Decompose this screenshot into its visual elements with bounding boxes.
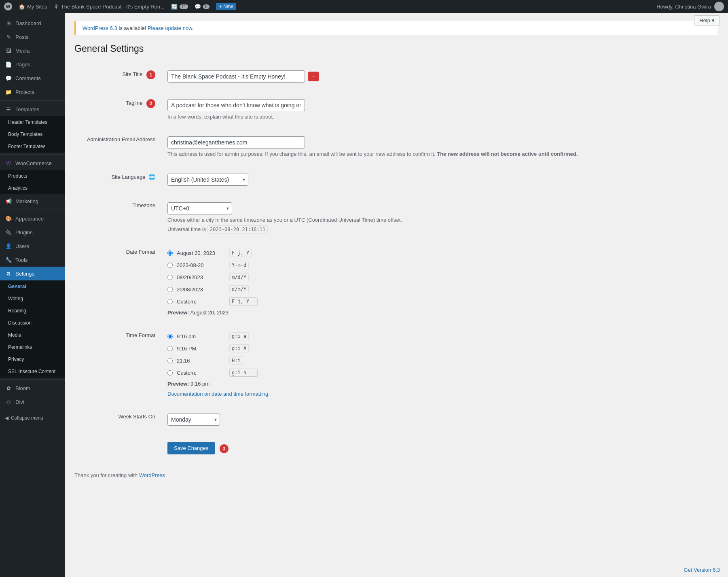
date-format-radio-custom[interactable]: [167, 299, 173, 304]
version-link[interactable]: Get Version 6.3: [684, 567, 720, 573]
week-starts-select[interactable]: Sunday Monday Tuesday Wednesday Thursday…: [167, 414, 220, 426]
admin-email-input[interactable]: [167, 136, 305, 148]
sidebar-item-woocommerce[interactable]: W WooCommerce: [0, 156, 65, 170]
timezone-select[interactable]: UTC+0 UTC-5 UTC-8 UTC+1 UTC+5:30: [167, 202, 232, 214]
sidebar-item-plugins[interactable]: 🔌 Plugins: [0, 225, 65, 239]
time-format-code-1: g:i a: [229, 332, 249, 340]
time-format-radio-2[interactable]: [167, 346, 173, 351]
timezone-select-wrapper: UTC+0 UTC-5 UTC-8 UTC+1 UTC+5:30: [167, 202, 232, 214]
update-now-link[interactable]: Please update now.: [148, 25, 193, 31]
sidebar-item-media[interactable]: 🖼 Media: [0, 44, 65, 57]
timezone-row: Timezone UTC+0 UTC-5 UTC-8 UTC+1 UTC+5:3…: [74, 194, 718, 241]
bloom-icon: ✿: [5, 384, 12, 392]
time-docs-link-wrapper: Documentation on date and time formattin…: [167, 391, 714, 397]
sidebar-item-users[interactable]: 👤 Users: [0, 239, 65, 253]
date-format-custom-input[interactable]: [229, 297, 258, 305]
sidebar-item-marketing[interactable]: 📢 Marketing: [0, 194, 65, 208]
date-format-code-4: d/m/Y: [229, 285, 249, 293]
save-changes-button[interactable]: Save Changes: [167, 442, 215, 454]
sidebar-item-dashboard[interactable]: ⊞ Dashboard: [0, 16, 65, 30]
date-format-radio-4[interactable]: [167, 287, 173, 292]
sidebar-item-footer-templates[interactable]: Footer Templates: [0, 140, 65, 153]
time-format-label: Time Format: [126, 332, 155, 338]
templates-icon: ☰: [5, 106, 12, 113]
time-format-label-1[interactable]: 9:16 pm: [177, 333, 225, 339]
sidebar-item-pages[interactable]: 📄 Pages: [0, 57, 65, 71]
sidebar-label-media: Media: [15, 48, 30, 54]
site-language-label: Site Language 🌐: [112, 174, 155, 180]
update-message: is available!: [119, 25, 148, 31]
sidebar-item-divi[interactable]: ◇ Divi: [0, 395, 65, 409]
time-format-radio-custom[interactable]: [167, 370, 173, 375]
date-format-option-1: August 20, 2023 F j, Y: [167, 249, 714, 257]
date-format-label: Date Format: [126, 249, 155, 255]
pages-icon: 📄: [5, 61, 12, 68]
site-language-select[interactable]: English (United States) French German Sp…: [167, 174, 248, 186]
help-button[interactable]: Help ▾: [694, 15, 720, 25]
date-format-label-4[interactable]: 20/08/2023: [177, 286, 225, 293]
date-format-radio-3[interactable]: [167, 275, 173, 280]
sidebar-label-comments: Comments: [15, 75, 41, 81]
sidebar-label-projects: Projects: [15, 89, 34, 95]
time-format-custom-input[interactable]: [229, 369, 258, 377]
my-sites-menu[interactable]: 🏠 My Sites: [19, 4, 47, 10]
user-avatar[interactable]: [714, 2, 724, 11]
wp-version-link[interactable]: WordPress 6.3: [83, 25, 117, 31]
date-format-options: August 20, 2023 F j, Y 2023-08-20 Y-m-d: [167, 249, 714, 305]
new-content-button[interactable]: + New: [216, 3, 236, 10]
time-format-radio-1[interactable]: [167, 334, 173, 339]
ssl-label: SSL Insecure Content: [8, 369, 55, 374]
settings-sub-writing[interactable]: Writing: [0, 293, 65, 305]
updates-count[interactable]: 🔄 11: [171, 4, 188, 10]
settings-table: Site Title 1 ···: [74, 62, 718, 434]
sidebar-item-comments[interactable]: 💬 Comments: [0, 71, 65, 85]
comments-count[interactable]: 💬 0: [195, 4, 210, 10]
date-format-label-custom[interactable]: Custom:: [177, 299, 225, 305]
site-name-link[interactable]: 🎙 The Blank Space Podcast - It's Empty H…: [54, 4, 165, 10]
site-icon: 🎙: [54, 4, 59, 10]
tagline-input[interactable]: [167, 99, 305, 111]
wp-logo-icon: W: [4, 2, 12, 11]
date-format-label-2[interactable]: 2023-08-20: [177, 262, 225, 268]
sidebar-item-settings[interactable]: ⚙ Settings: [0, 267, 65, 280]
settings-sub-ssl[interactable]: SSL Insecure Content: [0, 365, 65, 378]
date-format-label-1[interactable]: August 20, 2023: [177, 250, 225, 256]
settings-sub-reading[interactable]: Reading: [0, 305, 65, 317]
sidebar-item-products[interactable]: Products: [0, 170, 65, 182]
sidebar-item-analytics[interactable]: Analytics: [0, 182, 65, 194]
sidebar-item-appearance[interactable]: 🎨 Appearance: [0, 212, 65, 225]
footer-wp-link[interactable]: WordPress: [139, 472, 165, 478]
settings-sub-permalinks[interactable]: Permalinks: [0, 341, 65, 353]
page-footer: Thank you for creating with WordPress: [74, 472, 718, 485]
sidebar-item-posts[interactable]: ✎ Posts: [0, 30, 65, 44]
time-format-label-custom[interactable]: Custom:: [177, 370, 225, 376]
settings-sub-media[interactable]: Media: [0, 329, 65, 341]
date-format-code-1: F j, Y: [229, 249, 252, 257]
settings-sub-privacy[interactable]: Privacy: [0, 353, 65, 365]
time-format-label-2[interactable]: 9:16 PM: [177, 346, 225, 352]
sidebar-item-projects[interactable]: 📁 Projects: [0, 85, 65, 99]
settings-sub-discussion[interactable]: Discussion: [0, 317, 65, 329]
time-format-preview-label: Preview:: [167, 381, 189, 387]
sidebar-item-header-templates[interactable]: Header Templates: [0, 116, 65, 128]
layout: ⊞ Dashboard ✎ Posts 🖼 Media 📄 Pages 💬 Co…: [0, 13, 728, 577]
site-title-emoji-button[interactable]: ···: [308, 72, 319, 81]
sidebar-item-tools[interactable]: 🔧 Tools: [0, 253, 65, 267]
sidebar-item-body-templates[interactable]: Body Templates: [0, 128, 65, 140]
time-format-label-3[interactable]: 21:16: [177, 358, 225, 364]
wp-logo[interactable]: W: [4, 2, 12, 11]
week-starts-row: Week Starts On Sunday Monday Tuesday Wed…: [74, 405, 718, 434]
sidebar-item-templates[interactable]: ☰ Templates: [0, 102, 65, 116]
date-format-radio-2[interactable]: [167, 263, 173, 268]
howdy-text: Howdy, Christina Gwira: [656, 4, 711, 10]
collapse-menu-button[interactable]: ◀ Collapse menu: [0, 412, 65, 424]
top-bar: W 🏠 My Sites 🎙 The Blank Space Podcast -…: [0, 0, 728, 13]
settings-sub-general[interactable]: General: [0, 280, 65, 293]
save-button-wrapper: Save Changes 3: [74, 434, 718, 462]
time-docs-link[interactable]: Documentation on date and time formattin…: [167, 391, 270, 397]
sidebar-item-bloom[interactable]: ✿ Bloom: [0, 381, 65, 395]
site-title-input[interactable]: [167, 70, 305, 83]
time-format-radio-3[interactable]: [167, 358, 173, 363]
date-format-radio-1[interactable]: [167, 250, 173, 256]
date-format-label-3[interactable]: 08/20/2023: [177, 274, 225, 280]
